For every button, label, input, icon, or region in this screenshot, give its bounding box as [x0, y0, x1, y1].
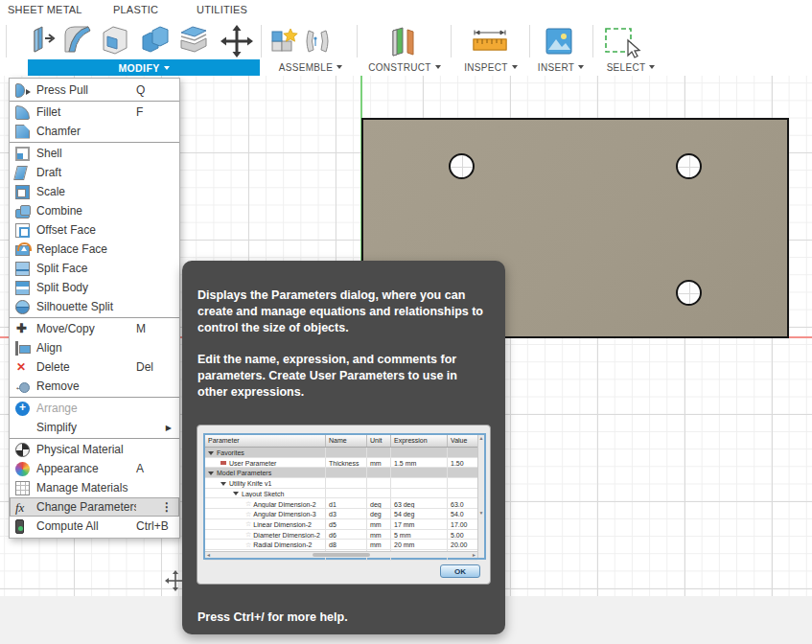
menu-item-compute-all[interactable]: Compute AllCtrl+B — [10, 517, 179, 536]
change-parameters-tooltip: Displays the Parameters dialog, where yo… — [182, 261, 505, 634]
menu-separator — [10, 438, 179, 439]
name-cell: d5 — [326, 519, 367, 529]
star-icon: ☆ — [245, 531, 251, 539]
parameter-row-linear-dimension-2: ☆Linear Dimension-2d5mm17 mm17.00 — [205, 519, 477, 530]
move-icon[interactable] — [219, 23, 255, 59]
menu-item-appearance[interactable]: AppearanceA — [10, 459, 179, 478]
select-icon[interactable] — [602, 25, 646, 59]
measure-icon[interactable] — [471, 29, 509, 54]
assemble-menu-button[interactable]: ASSEMBLE — [265, 59, 357, 75]
menu-item-label: Physical Material — [36, 443, 136, 456]
tab-sheet-metal[interactable]: SHEET METAL — [8, 4, 82, 15]
menu-item-align[interactable]: Align — [10, 338, 179, 357]
menu-item-silhouette-split[interactable]: Silhouette Split — [10, 297, 179, 316]
select-label: SELECT — [607, 62, 646, 73]
construct-plane-icon[interactable] — [387, 25, 420, 58]
menu-item-press-pull[interactable]: Press PullQ — [10, 80, 179, 100]
unit-cell: deg — [367, 498, 391, 508]
combine-icon[interactable] — [139, 23, 172, 58]
expression-cell — [391, 489, 448, 498]
parameter-cell: ☆Angular Dimension-2 — [205, 498, 326, 508]
select-menu-button[interactable]: SELECT — [596, 59, 665, 75]
value-cell: 5.00 — [448, 530, 477, 540]
menu-item-manage-materials[interactable]: Manage Materials — [10, 478, 179, 497]
menu-item-shortcut: Del — [136, 360, 153, 374]
shell-icon[interactable] — [99, 23, 131, 58]
menu-item-combine[interactable]: Combine — [10, 201, 179, 220]
star-icon: ☆ — [245, 500, 251, 508]
parameter-cell: ☆Angular Dimension-3 — [205, 509, 326, 518]
tooltip-paragraph: Edit the name, expression, and comments … — [197, 352, 490, 400]
more-options-icon[interactable]: ⋮ — [161, 500, 173, 514]
menu-item-fillet[interactable]: FilletF — [10, 103, 179, 122]
modify-menu-button[interactable]: MODIFY — [28, 59, 260, 76]
expression-cell: 63 deg — [391, 498, 448, 508]
parameter-row-favorites: Favorites — [205, 448, 477, 458]
menu-item-physical-material[interactable]: Physical Material — [10, 440, 179, 459]
menu-item-split-body[interactable]: Split Body — [10, 278, 179, 297]
parameter-label: Linear Dimension-2 — [253, 521, 312, 528]
construct-label: CONSTRUCT — [368, 62, 430, 73]
triangle-down-icon — [208, 451, 214, 455]
inspect-menu-button[interactable]: INSPECT — [454, 59, 527, 75]
press-pull-icon — [15, 83, 25, 98]
menu-item-label: Compute All — [36, 519, 136, 533]
expression-cell: 54 deg — [391, 509, 448, 518]
menu-item-label: Combine — [36, 204, 136, 218]
column-header-expression: Expression — [391, 435, 448, 447]
insert-label: INSERT — [538, 62, 574, 73]
expression-cell — [391, 448, 448, 457]
menu-item-label: Change Parameters — [36, 500, 136, 514]
parameter-row-radial-dimension-2: ☆Radial Dimension-2d8mm20 mm20.00 — [205, 540, 477, 550]
menu-item-scale[interactable]: Scale — [10, 182, 179, 201]
blank-icon — [15, 421, 30, 435]
combine-icon — [15, 209, 30, 218]
menu-item-replace-face[interactable]: Replace Face — [10, 240, 179, 259]
menu-item-split-face[interactable]: Split Face — [10, 259, 179, 278]
menu-item-simplify[interactable]: Simplify▶ — [10, 418, 179, 437]
joint-icon[interactable] — [303, 27, 332, 56]
new-component-icon[interactable] — [269, 27, 300, 56]
toolbar-divider — [451, 25, 452, 58]
parameter-cell: ☆Diameter Dimension-2 — [205, 530, 326, 540]
tooltip-paragraph: Displays the Parameters dialog, where yo… — [197, 288, 490, 335]
tab-bar: SHEET METAL PLASTIC UTILITIES — [0, 0, 812, 21]
menu-item-offset-face[interactable]: Offset Face — [10, 220, 179, 240]
menu-item-draft[interactable]: Draft — [10, 163, 179, 182]
delete-icon — [15, 360, 30, 375]
value-cell: 20.00 — [448, 540, 477, 549]
menu-item-move-copy[interactable]: Move/CopyM — [10, 319, 179, 338]
name-cell: Thickness — [326, 458, 367, 468]
insert-image-icon[interactable] — [544, 27, 574, 56]
value-cell — [448, 448, 477, 457]
insert-menu-button[interactable]: INSERT — [531, 59, 591, 75]
press-pull-icon[interactable] — [29, 23, 61, 58]
fillet-icon — [15, 105, 30, 120]
tab-utilities[interactable]: UTILITIES — [197, 4, 247, 15]
modify-menu: Press PullQFilletFChamferShellDraftScale… — [9, 78, 180, 539]
caret-down-icon — [336, 65, 342, 69]
tooltip-footer: Press Ctrl+/ for more help. — [197, 610, 348, 624]
tab-plastic[interactable]: PLASTIC — [113, 4, 158, 15]
fillet-icon[interactable] — [61, 23, 94, 58]
menu-item-chamfer[interactable]: Chamfer — [10, 122, 179, 141]
triangle-down-icon — [220, 482, 226, 486]
menu-item-delete[interactable]: DeleteDel — [10, 357, 179, 377]
construct-menu-button[interactable]: CONSTRUCT — [360, 59, 449, 75]
hole-bottom-right — [676, 280, 702, 306]
parameter-label: Favorites — [217, 449, 244, 456]
split-body-icon[interactable] — [177, 23, 210, 58]
parameter-cell: Model Parameters — [205, 468, 326, 477]
menu-item-remove[interactable]: Remove — [10, 377, 179, 396]
triangle-down-icon — [233, 492, 239, 495]
menu-item-shell[interactable]: Shell — [10, 144, 179, 163]
manage-materials-icon — [15, 481, 30, 495]
menu-item-change-parameters[interactable]: Change Parameters⋮ — [10, 497, 179, 517]
name-cell — [326, 448, 367, 457]
parameter-label: User Parameter — [229, 460, 276, 467]
parameter-cell: ☆Radial Dimension-2 — [205, 540, 326, 549]
toolbar-divider — [261, 25, 262, 58]
star-icon: ☆ — [245, 520, 251, 528]
expression-cell: 20 mm — [391, 540, 448, 549]
star-icon: ☆ — [245, 541, 251, 549]
